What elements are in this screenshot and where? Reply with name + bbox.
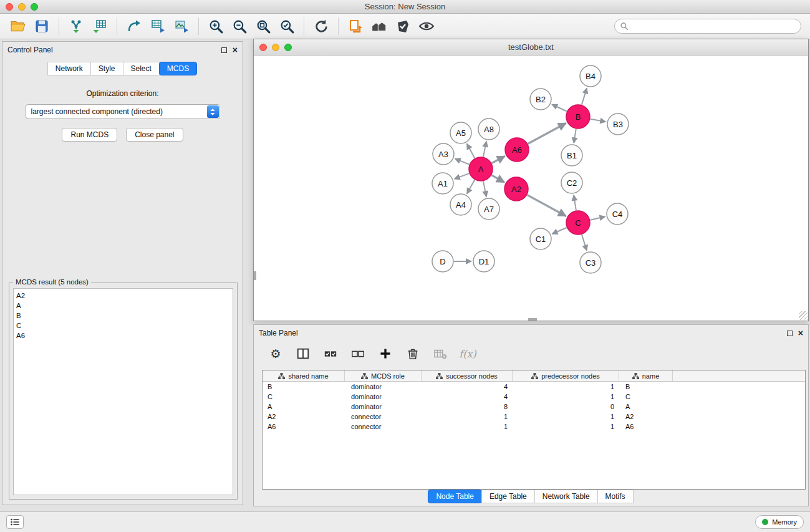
graph-node-A4[interactable]: A4 — [450, 194, 471, 215]
graph-edge-C-C2[interactable] — [574, 195, 576, 210]
graph-edge-B-B3[interactable] — [591, 119, 606, 122]
table-row[interactable]: A2 connector 1 1 A2 — [263, 412, 805, 422]
zoom-selected-button[interactable] — [275, 16, 299, 37]
graph-edge-A-A8[interactable] — [483, 142, 486, 157]
result-list-item[interactable]: C — [16, 321, 233, 331]
column-header-shared-name[interactable]: shared name — [263, 370, 345, 381]
result-list-item[interactable]: B — [16, 311, 233, 321]
column-browser-button[interactable] — [294, 345, 312, 362]
graph-edge-A-A4[interactable] — [467, 180, 475, 193]
tab-mcds[interactable]: MCDS — [159, 62, 197, 75]
tab-edge-table[interactable]: Edge Table — [481, 490, 535, 503]
tab-style[interactable]: Style — [90, 62, 123, 75]
graph-edge-C-C4[interactable] — [591, 216, 605, 220]
deselect-all-rows-button[interactable] — [349, 345, 367, 362]
export-table-button[interactable] — [146, 16, 170, 37]
graph-edge-A-A2[interactable] — [491, 175, 504, 182]
graph-edge-C-C1[interactable] — [552, 228, 566, 234]
graph-node-C2[interactable]: C2 — [561, 172, 582, 193]
function-builder-button[interactable]: f(x) — [458, 345, 477, 362]
memory-button[interactable]: Memory — [755, 515, 804, 529]
graph-node-B[interactable]: B — [566, 105, 590, 128]
save-session-button[interactable] — [30, 16, 54, 37]
task-history-button[interactable] — [6, 515, 24, 529]
table-row[interactable]: B dominator 4 1 B — [263, 382, 805, 392]
zoom-in-button[interactable] — [204, 16, 228, 37]
result-list-item[interactable]: A — [16, 301, 233, 311]
window-resize-grip[interactable] — [799, 311, 808, 320]
graph-node-B4[interactable]: B4 — [580, 65, 601, 87]
float-panel-icon[interactable] — [221, 47, 227, 53]
criterion-dropdown[interactable]: largest connected component (directed) — [26, 104, 220, 119]
export-image-button[interactable] — [170, 16, 193, 37]
graph-edge-B-B4[interactable] — [582, 88, 587, 105]
zoom-out-button[interactable] — [228, 16, 251, 37]
tab-network-table[interactable]: Network Table — [534, 490, 598, 503]
select-all-rows-button[interactable] — [321, 345, 340, 362]
show-hide-view-button[interactable] — [415, 16, 438, 37]
import-table-button[interactable] — [88, 16, 112, 37]
float-table-panel-icon[interactable] — [787, 331, 793, 336]
close-table-panel-icon[interactable]: × — [798, 329, 803, 337]
table-row[interactable]: C dominator 4 1 C — [263, 392, 805, 402]
table-settings-button[interactable]: ⚙ — [266, 345, 285, 362]
graph-node-C1[interactable]: C1 — [530, 228, 551, 249]
network-canvas-area[interactable]: B4B2BB3A5A8A6B1A3AA1C2A2A4A7CC4C1C3DD1 — [254, 56, 808, 321]
graph-node-C4[interactable]: C4 — [607, 203, 628, 225]
mcds-result-list[interactable]: A2 A B C A6 — [13, 288, 233, 495]
graph-edge-A2-C[interactable] — [528, 195, 566, 216]
graph-node-A1[interactable]: A1 — [432, 173, 453, 194]
graph-edge-A-A3[interactable] — [455, 158, 470, 164]
graph-edge-B-B1[interactable] — [574, 129, 576, 143]
graph-node-A6[interactable]: A6 — [505, 138, 529, 162]
graph-edge-A-A6[interactable] — [492, 156, 505, 163]
graph-node-A5[interactable]: A5 — [450, 122, 471, 143]
network-canvas[interactable]: B4B2BB3A5A8A6B1A3AA1C2A2A4A7CC4C1C3DD1 — [254, 56, 808, 321]
search-box[interactable] — [614, 19, 801, 34]
graph-edge-A-A5[interactable] — [467, 144, 475, 158]
delete-column-button[interactable] — [403, 345, 422, 362]
graph-edge-A-A7[interactable] — [483, 181, 486, 197]
import-network-button[interactable] — [64, 16, 88, 37]
network-overview-button[interactable] — [367, 16, 391, 37]
graph-node-C3[interactable]: C3 — [580, 252, 601, 273]
column-header-successor-nodes[interactable]: successor nodes — [422, 370, 513, 381]
column-header-predecessor-nodes[interactable]: predecessor nodes — [513, 370, 619, 381]
search-input[interactable] — [632, 22, 796, 31]
graph-edge-A6-B[interactable] — [528, 123, 566, 144]
graph-node-A3[interactable]: A3 — [433, 143, 454, 165]
graph-edge-A-A1[interactable] — [455, 173, 470, 179]
graph-node-D[interactable]: D — [432, 251, 453, 272]
result-list-item[interactable]: A6 — [16, 331, 233, 341]
scroll-indicator-vertical[interactable] — [254, 271, 256, 280]
table-row[interactable]: A6 connector 1 1 A6 — [263, 422, 805, 432]
export-network-button[interactable] — [122, 16, 146, 37]
first-neighbors-button[interactable] — [344, 16, 367, 37]
graph-node-B3[interactable]: B3 — [607, 114, 629, 135]
tab-network[interactable]: Network — [47, 62, 91, 75]
graph-node-B2[interactable]: B2 — [530, 89, 551, 110]
close-panel-icon[interactable]: × — [233, 46, 238, 54]
graph-edge-B-B2[interactable] — [552, 105, 567, 112]
graph-node-C[interactable]: C — [566, 211, 590, 235]
graph-node-A2[interactable]: A2 — [504, 177, 528, 201]
add-column-button[interactable] — [376, 345, 395, 362]
tab-motifs[interactable]: Motifs — [597, 490, 634, 503]
tab-select[interactable]: Select — [123, 62, 160, 75]
run-mcds-button[interactable]: Run MCDS — [62, 128, 117, 142]
graph-node-B1[interactable]: B1 — [561, 145, 582, 166]
table-row[interactable]: A dominator 8 0 A — [263, 402, 805, 412]
close-panel-button[interactable]: Close panel — [126, 128, 183, 142]
scroll-indicator-horizontal[interactable] — [528, 318, 537, 321]
column-header-mcds-role[interactable]: MCDS role — [345, 370, 422, 381]
graph-node-D1[interactable]: D1 — [473, 251, 494, 272]
zoom-fit-button[interactable] — [251, 16, 275, 37]
graph-edge-C-C3[interactable] — [582, 235, 587, 251]
column-header-name[interactable]: name — [619, 370, 673, 381]
tab-node-table[interactable]: Node Table — [428, 490, 482, 503]
delete-table-button[interactable] — [431, 345, 450, 362]
graph-node-A8[interactable]: A8 — [478, 118, 499, 140]
graph-node-A[interactable]: A — [469, 157, 493, 181]
graph-node-A7[interactable]: A7 — [478, 198, 499, 220]
result-list-item[interactable]: A2 — [16, 291, 233, 301]
